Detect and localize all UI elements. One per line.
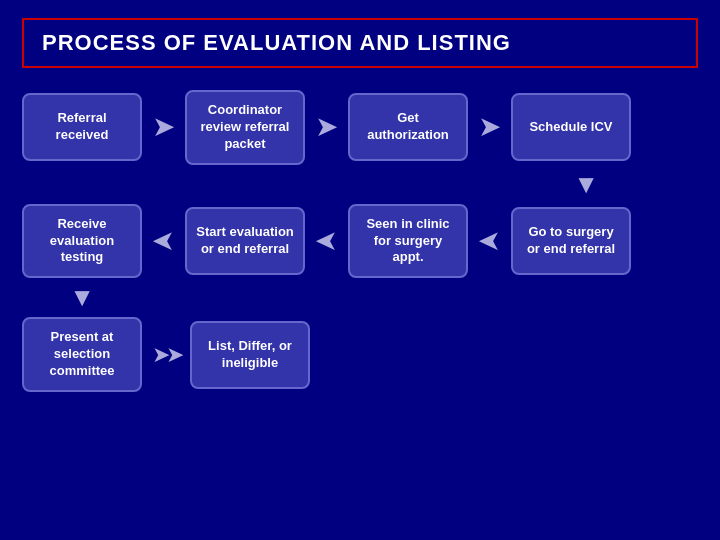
box-get-authorization: Get authorization bbox=[348, 93, 468, 161]
arrow-down-receive: ▼ bbox=[69, 282, 95, 313]
row2: Receive evaluation testing ➤ Start evalu… bbox=[22, 204, 698, 279]
arrow-r2-3: ➤ bbox=[478, 227, 501, 255]
down-arrows-row1: ▼ bbox=[22, 169, 698, 200]
arrow-r1-3: ➤ bbox=[478, 113, 501, 141]
box-present-committee: Present at selection committee bbox=[22, 317, 142, 392]
main-layout: Referral received ➤ Coordinator review r… bbox=[22, 90, 698, 396]
box-referral-received: Referral received bbox=[22, 93, 142, 161]
row1: Referral received ➤ Coordinator review r… bbox=[22, 90, 698, 165]
arrow-r3-1: ➤➤ bbox=[152, 344, 180, 366]
arrow-r2-2: ➤ bbox=[315, 227, 338, 255]
title-box: PROCESS OF EVALUATION AND LISTING bbox=[22, 18, 698, 68]
arrow-r2-1: ➤ bbox=[152, 227, 175, 255]
slide: PROCESS OF EVALUATION AND LISTING Referr… bbox=[0, 0, 720, 540]
da2-slot-0: ▼ bbox=[22, 282, 142, 313]
box-coordinator-review: Coordinator review referral packet bbox=[185, 90, 305, 165]
down-arrows-row2: ▼ bbox=[22, 282, 698, 313]
arrow-down-schedule: ▼ bbox=[573, 169, 599, 200]
da-slot-3: ▼ bbox=[526, 169, 646, 200]
slide-title: PROCESS OF EVALUATION AND LISTING bbox=[42, 30, 511, 55]
arrow-r1-2: ➤ bbox=[315, 113, 338, 141]
box-schedule-icv: Schedule ICV bbox=[511, 93, 631, 161]
box-go-surgery: Go to surgery or end referral bbox=[511, 207, 631, 275]
arrow-r1-1: ➤ bbox=[152, 113, 175, 141]
box-seen-clinic: Seen in clinic for surgery appt. bbox=[348, 204, 468, 279]
box-receive-eval: Receive evaluation testing bbox=[22, 204, 142, 279]
box-list-differ: List, Differ, or ineligible bbox=[190, 321, 310, 389]
box-start-eval: Start evaluation or end referral bbox=[185, 207, 305, 275]
row3: Present at selection committee ➤➤ List, … bbox=[22, 317, 698, 392]
